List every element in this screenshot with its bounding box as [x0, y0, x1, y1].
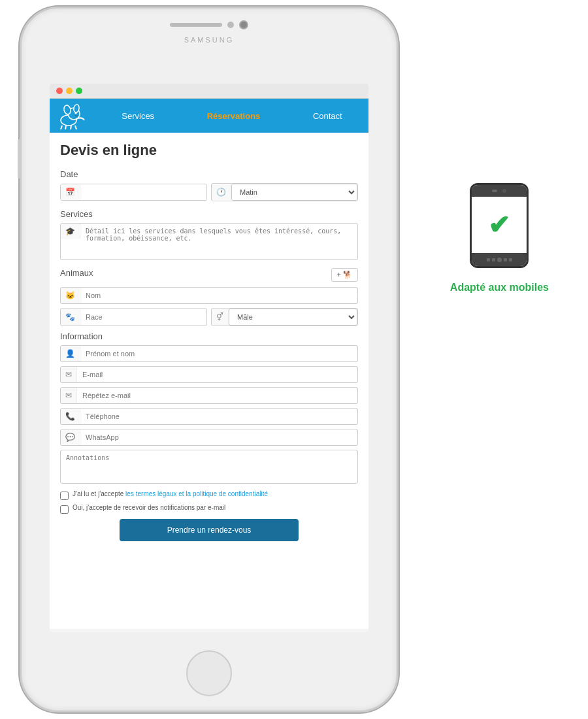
animaux-section-header: Animaux + 🐕 — [60, 268, 358, 282]
nom-input-wrapper: 🐱 — [60, 287, 358, 304]
whatsapp-input-wrapper: 💬 — [60, 429, 358, 446]
annotations-wrapper — [60, 450, 358, 484]
browser-chrome — [50, 84, 368, 99]
nav-logo — [50, 99, 95, 133]
svg-point-4 — [75, 112, 77, 114]
race-input[interactable] — [80, 310, 206, 324]
time-input-wrapper: 🕐 Matin Après-midi Soir — [211, 183, 358, 201]
email-repeat-input-wrapper: ✉ — [60, 387, 358, 404]
svg-line-7 — [65, 125, 66, 129]
small-phone-bottom-bar — [472, 253, 527, 266]
phone-input-wrapper: 📞 — [60, 408, 358, 425]
date-label: Date — [60, 169, 358, 179]
checkbox1-text: J'ai lu et j'accepte — [73, 490, 125, 497]
checkbox-notifications[interactable] — [60, 505, 69, 514]
animaux-race-row: 🐾 ⚥ Mâle Femelle — [60, 308, 358, 326]
small-phone-screen: ✔ — [472, 197, 527, 253]
race-input-wrapper: 🐾 — [60, 308, 207, 326]
calendar-icon: 📅 — [61, 184, 80, 200]
prenom-input-wrapper: 👤 — [60, 345, 358, 362]
small-phone-speaker — [492, 190, 497, 192]
cat-icon: 🐱 — [61, 288, 80, 303]
svg-line-9 — [75, 125, 76, 129]
services-textarea[interactable] — [80, 224, 357, 259]
services-icon: 🎓 — [61, 224, 80, 239]
email-input[interactable] — [77, 367, 357, 382]
speaker — [170, 23, 222, 27]
checkmark-icon: ✔ — [488, 210, 510, 240]
sensor-dot — [227, 22, 234, 28]
person-icon: 👤 — [61, 346, 80, 361]
nav-links: Services Réservations Contact — [95, 109, 368, 124]
clock-icon: 🕐 — [212, 184, 231, 200]
animaux-label: Animaux — [60, 268, 93, 278]
annotations-textarea[interactable] — [61, 450, 357, 483]
bottom-bar-rect4 — [509, 258, 512, 261]
email-repeat-icon: ✉ — [61, 388, 77, 403]
right-panel: ✔ Adapté aux mobiles — [450, 183, 549, 295]
submit-button[interactable]: Prendre un rendez-vous — [120, 519, 299, 541]
services-label: Services — [60, 209, 358, 219]
nom-input[interactable] — [80, 288, 357, 303]
nav-services[interactable]: Services — [116, 109, 159, 124]
phone-mockup: SAMSUNG — [20, 7, 399, 712]
time-select[interactable]: Matin Après-midi Soir — [231, 184, 357, 201]
prenom-input[interactable] — [80, 346, 357, 361]
mobile-icon: ✔ — [470, 183, 529, 268]
terms-link[interactable]: les termes légaux et la politique de con… — [125, 490, 268, 497]
gender-select[interactable]: Mâle Femelle — [229, 309, 357, 326]
checkbox-notifications-text: Oui, j'accepte de recevoir des notificat… — [73, 504, 225, 511]
nav-reservations[interactable]: Réservations — [202, 109, 266, 124]
paw-icon: 🐾 — [61, 309, 80, 325]
browser-minimize-dot — [66, 88, 73, 94]
phone-icon: 📞 — [61, 409, 80, 424]
email-input-wrapper: ✉ — [60, 366, 358, 383]
bottom-bar-rect2 — [492, 258, 495, 261]
website-content: Services Réservations Contact Devis en l… — [50, 99, 368, 629]
small-phone-top-bar — [472, 185, 527, 197]
whatsapp-input[interactable] — [80, 430, 357, 444]
date-input-wrapper: 📅 — [60, 184, 207, 201]
browser-maximize-dot — [76, 88, 82, 94]
mobile-label: Adapté aux mobiles — [450, 281, 549, 295]
small-phone-body: ✔ — [470, 183, 529, 268]
whatsapp-icon: 💬 — [61, 429, 80, 445]
home-button[interactable] — [186, 650, 232, 696]
phone-input[interactable] — [80, 409, 357, 424]
browser-close-dot — [56, 88, 63, 94]
checkbox-terms[interactable] — [60, 492, 69, 500]
small-phone-camera — [502, 189, 506, 193]
checkbox-notifications-row: Oui, j'accepte de recevoir des notificat… — [60, 504, 358, 514]
nav-contact[interactable]: Contact — [308, 109, 348, 124]
gender-icon: ⚥ — [212, 309, 229, 325]
services-textarea-wrapper: 🎓 — [60, 223, 358, 260]
gender-select-wrapper: ⚥ Mâle Femelle — [211, 308, 358, 326]
bottom-bar-circle — [497, 258, 502, 262]
side-button — [18, 139, 21, 178]
svg-point-5 — [74, 115, 78, 117]
information-label: Information — [60, 331, 358, 341]
checkbox-terms-text: J'ai lu et j'accepte les termes légaux e… — [73, 490, 268, 497]
email-repeat-input[interactable] — [77, 388, 357, 403]
checkbox-terms-row: J'ai lu et j'accepte les termes légaux e… — [60, 490, 358, 500]
phone-screen: Services Réservations Contact Devis en l… — [50, 84, 368, 632]
email-icon: ✉ — [61, 367, 77, 382]
svg-line-6 — [61, 125, 62, 129]
phone-body: SAMSUNG — [20, 7, 399, 712]
bottom-bar-rect3 — [504, 258, 507, 261]
date-row: 📅 🕐 Matin Après-midi Soir — [60, 183, 358, 201]
dog-logo-icon — [57, 102, 88, 129]
add-animal-button[interactable]: + 🐕 — [331, 268, 358, 282]
phone-top — [170, 20, 248, 29]
page-title: Devis en ligne — [60, 142, 358, 159]
camera — [239, 20, 248, 29]
bottom-bar-rect1 — [487, 258, 490, 261]
nav-bar: Services Réservations Contact — [50, 99, 368, 133]
phone-brand-label: SAMSUNG — [184, 36, 235, 44]
form-area: Devis en ligne Date 📅 🕐 Matin Après- — [50, 133, 368, 553]
svg-line-8 — [71, 125, 71, 129]
date-input[interactable] — [80, 185, 206, 199]
